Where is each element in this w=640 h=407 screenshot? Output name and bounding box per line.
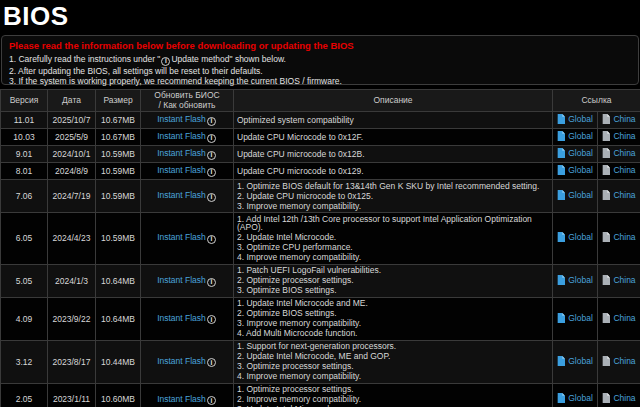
instant-flash-link[interactable]: Instant Flash (157, 190, 206, 200)
instant-flash-link[interactable]: Instant Flash (157, 114, 206, 124)
bios-version: 4.09 (1, 297, 48, 340)
global-download-link[interactable]: Global (557, 114, 593, 124)
info-icon[interactable]: i (207, 193, 216, 202)
file-download-icon-global (557, 313, 565, 323)
description-cell: 1. Update Intel Microcode and ME.2. Opti… (234, 297, 553, 340)
table-row: 2.05 2023/1/11 10.60MB Instant Flashi 1.… (1, 383, 640, 407)
bios-date: 2023/8/17 (48, 340, 96, 383)
table-row: 5.05 2024/1/3 10.64MB Instant Flashi 1. … (1, 264, 640, 297)
bios-size: 10.59MB (96, 163, 141, 180)
description-line: 3. Improve memory compatibility. (237, 319, 549, 329)
notice-line-3: 3. If the system is working properly, we… (9, 76, 631, 86)
notice-heading: Please read the information below before… (9, 40, 631, 51)
global-download-link[interactable]: Global (557, 313, 593, 323)
global-download-cell: Global (553, 163, 598, 180)
china-download-link[interactable]: China (602, 393, 635, 403)
global-download-link[interactable]: Global (557, 393, 593, 403)
china-download-link[interactable]: China (602, 165, 635, 175)
china-download-link[interactable]: China (602, 356, 635, 366)
instant-flash-link[interactable]: Instant Flash (157, 131, 206, 141)
file-download-icon-global (557, 275, 565, 285)
file-download-icon-china (602, 165, 610, 175)
instant-flash-link[interactable]: Instant Flash (157, 356, 206, 366)
description-line: 3. Optimize processor settings. (237, 362, 549, 372)
file-download-icon-china (602, 356, 610, 366)
global-download-link[interactable]: Global (557, 148, 593, 158)
description-line: 1. Update Intel Microcode and ME. (237, 299, 549, 309)
file-download-icon-china (602, 190, 610, 200)
update-method-cell: Instant Flashi (141, 383, 234, 407)
page-title: BIOS (0, 0, 640, 34)
file-download-icon-global (557, 114, 565, 124)
header-version: Версия (1, 90, 48, 112)
bios-date: 2023/1/11 (48, 383, 96, 407)
info-icon: i (161, 57, 170, 66)
info-icon[interactable]: i (207, 151, 216, 160)
china-download-link[interactable]: China (602, 148, 635, 158)
china-download-cell: China (598, 212, 640, 264)
info-icon[interactable]: i (207, 134, 216, 143)
china-download-link[interactable]: China (602, 275, 635, 285)
description-line: 1. Optimize BIOS default for 13&14th Gen… (237, 181, 549, 191)
file-download-icon-global (557, 165, 565, 175)
global-download-cell: Global (553, 129, 598, 146)
info-icon[interactable]: i (207, 396, 216, 405)
info-icon[interactable]: i (207, 117, 216, 126)
info-icon[interactable]: i (207, 168, 216, 177)
global-download-link[interactable]: Global (557, 131, 593, 141)
description-line: 1. Support for next-generation processor… (237, 342, 549, 352)
china-download-cell: China (598, 163, 640, 180)
file-download-icon-global (557, 131, 565, 141)
info-icon[interactable]: i (207, 235, 216, 244)
file-download-icon-global (557, 232, 565, 242)
description-line: 2. Optimize processor settings. (237, 276, 549, 286)
china-download-cell: China (598, 297, 640, 340)
update-method-cell: Instant Flashi (141, 112, 234, 129)
file-download-icon-china (602, 393, 610, 403)
header-description: Описание (234, 90, 553, 112)
description-cell: 1. Optimize BIOS default for 13&14th Gen… (234, 180, 553, 213)
file-download-icon-global (557, 148, 565, 158)
description-line: 2. Update CPU microcode to 0x125. (237, 191, 549, 201)
global-download-cell: Global (553, 383, 598, 407)
instant-flash-link[interactable]: Instant Flash (157, 394, 206, 404)
bios-date: 2023/9/22 (48, 297, 96, 340)
table-row: 6.05 2024/4/23 10.59MB Instant Flashi 1.… (1, 212, 640, 264)
global-download-link[interactable]: Global (557, 190, 593, 200)
instant-flash-link[interactable]: Instant Flash (157, 232, 206, 242)
bios-version: 3.12 (1, 340, 48, 383)
table-row: 4.09 2023/9/22 10.64MB Instant Flashi 1.… (1, 297, 640, 340)
description-cell: 1. Optimize processor settings.2. Improv… (234, 383, 553, 407)
bios-warning-notice: Please read the information below before… (1, 35, 639, 85)
bios-date: 2024/4/23 (48, 212, 96, 264)
china-download-link[interactable]: China (602, 114, 635, 124)
description-cell: 1. Support for next-generation processor… (234, 340, 553, 383)
file-download-icon-global (557, 356, 565, 366)
china-download-link[interactable]: China (602, 131, 635, 141)
info-icon[interactable]: i (207, 315, 216, 324)
file-download-icon-china (602, 313, 610, 323)
info-icon[interactable]: i (207, 278, 216, 287)
header-size: Размер (96, 90, 141, 112)
china-download-link[interactable]: China (602, 190, 635, 200)
global-download-link[interactable]: Global (557, 356, 593, 366)
bios-version: 11.01 (1, 112, 48, 129)
global-download-link[interactable]: Global (557, 232, 593, 242)
description-line: 1. Add Intel 12th /13th Core processor t… (237, 214, 549, 233)
update-method-cell: Instant Flashi (141, 129, 234, 146)
instant-flash-link[interactable]: Instant Flash (157, 275, 206, 285)
instant-flash-link[interactable]: Instant Flash (157, 165, 206, 175)
instant-flash-link[interactable]: Instant Flash (157, 313, 206, 323)
info-icon[interactable]: i (207, 358, 216, 367)
china-download-link[interactable]: China (602, 232, 635, 242)
description-line: 1. Optimize processor settings. (237, 385, 549, 395)
china-download-link[interactable]: China (602, 313, 635, 323)
description-cell: Update CPU microcode to 0x12B. (234, 146, 553, 163)
global-download-link[interactable]: Global (557, 165, 593, 175)
bios-size: 10.59MB (96, 212, 141, 264)
table-row: 7.06 2024/7/19 10.59MB Instant Flashi 1.… (1, 180, 640, 213)
bios-size: 10.64MB (96, 297, 141, 340)
description-cell: Update CPU Microcode to 0x12F. (234, 129, 553, 146)
instant-flash-link[interactable]: Instant Flash (157, 148, 206, 158)
global-download-link[interactable]: Global (557, 275, 593, 285)
